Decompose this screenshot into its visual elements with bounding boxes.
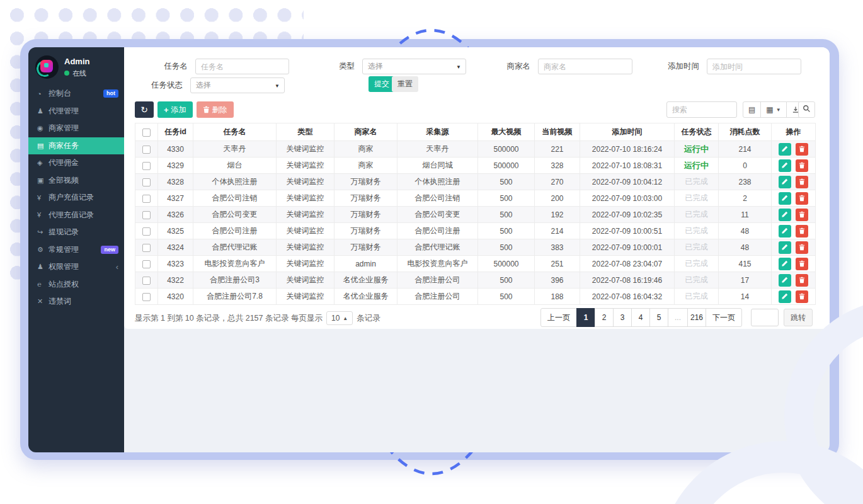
select-all-checkbox[interactable] (142, 129, 151, 137)
edit-button[interactable] (779, 274, 791, 287)
delete-button[interactable] (796, 241, 808, 254)
task-status-select[interactable]: 选择 ▼ (190, 77, 285, 93)
toggle-view-button[interactable]: ▤ (743, 101, 761, 118)
jump-page-input[interactable] (751, 309, 779, 326)
task-name-input[interactable] (195, 59, 289, 74)
sidebar-item-all-videos[interactable]: ▣ 全部视频 (28, 172, 124, 190)
status-badge: 已完成 (685, 259, 708, 268)
delete-button[interactable] (796, 274, 808, 287)
add-button[interactable]: + 添加 (157, 101, 193, 118)
per-page-select[interactable]: 10 ▲ (326, 311, 353, 325)
sidebar-item-agent-management[interactable]: ♟ 代理管理 (28, 103, 124, 120)
row-checkbox[interactable] (142, 244, 151, 252)
page-button-216[interactable]: 216 (687, 308, 706, 327)
pagination: 上一页12345...216下一页 跳转 (541, 308, 813, 327)
row-checkbox[interactable] (142, 146, 151, 154)
columns-button[interactable]: ▦▼ (760, 101, 786, 118)
prev-page-button[interactable]: 上一页 (540, 308, 577, 327)
submit-button[interactable]: 提交 (369, 76, 395, 92)
page-button-5[interactable]: 5 (649, 308, 668, 327)
cell-source: 个体执照注册 (397, 174, 478, 190)
page-button-3[interactable]: 3 (613, 308, 632, 327)
bulk-delete-button[interactable]: 删除 (197, 101, 234, 118)
sidebar-item-site-authorization[interactable]: ℮ 站点授权 (28, 276, 124, 294)
edit-button[interactable] (779, 209, 791, 221)
row-checkbox[interactable] (142, 293, 151, 301)
reset-button[interactable]: 重置 (392, 76, 418, 92)
eye-icon: ◉ (37, 124, 49, 132)
trash-icon (799, 195, 805, 202)
cogs-icon: ⚙ (37, 246, 49, 254)
cell-add-time: 2022-07-09 10:00:01 (580, 239, 675, 256)
sidebar-item-agent-commission[interactable]: ◈ 代理佣金 (28, 154, 124, 172)
edit-button[interactable] (779, 143, 791, 156)
merchant-name-label: 商家名 (494, 61, 530, 72)
row-checkbox[interactable] (142, 162, 151, 170)
cell-task-name: 合肥代理记账 (193, 239, 277, 256)
sidebar-item-permission-management[interactable]: ♟ 权限管理 ‹ (28, 258, 124, 276)
next-page-button[interactable]: 下一页 (706, 308, 742, 327)
pencil-icon (781, 244, 788, 251)
trash-icon (799, 178, 805, 185)
merchant-name-input[interactable] (538, 59, 632, 74)
trash-icon (799, 293, 805, 300)
delete-button[interactable] (796, 258, 808, 270)
search-input[interactable] (666, 101, 737, 118)
add-time-input[interactable] (707, 59, 801, 74)
table-row: 4327 合肥公司注销 关键词监控 万瑞财务 合肥公司注销 500 200 20… (135, 190, 816, 207)
delete-button[interactable] (796, 159, 808, 172)
sidebar-item-merchant-tasks[interactable]: ▤ 商家任务 (28, 137, 124, 155)
sidebar-item-withdrawal-records[interactable]: ↪ 提现记录 (28, 224, 124, 241)
pencil-icon (781, 195, 788, 202)
sidebar-item-general-management[interactable]: ⚙ 常规管理 new (28, 241, 124, 259)
cell-merchant: 商家 (334, 158, 397, 174)
jump-button[interactable]: 跳转 (784, 309, 813, 326)
page-button-4[interactable]: 4 (631, 308, 650, 327)
delete-button[interactable] (796, 225, 808, 238)
delete-button[interactable] (796, 192, 808, 205)
row-checkbox[interactable] (142, 277, 151, 285)
sidebar-item-merchant-management[interactable]: ◉ 商家管理 (28, 120, 124, 137)
status-badge: 已完成 (685, 226, 708, 235)
edit-button[interactable] (779, 225, 791, 238)
avatar[interactable] (35, 55, 59, 79)
delete-button[interactable] (796, 209, 808, 221)
sidebar-item-console[interactable]: ◔ 控制台 hot (28, 85, 124, 103)
sidebar-item-merchant-recharge-records[interactable]: ¥ 商户充值记录 (28, 189, 124, 207)
delete-button[interactable] (796, 176, 808, 188)
row-checkbox[interactable] (142, 260, 151, 268)
cell-merchant: 名优企业服务 (334, 289, 397, 305)
cell-max-videos: 500 (478, 223, 535, 239)
sidebar-item-banned-words[interactable]: ✕ 违禁词 (28, 293, 124, 311)
page-button-1[interactable]: 1 (576, 308, 595, 327)
cell-add-time: 2022-07-09 10:00:51 (580, 223, 675, 239)
refresh-button[interactable]: ↻ (135, 101, 154, 118)
edit-button[interactable] (779, 290, 791, 303)
delete-button[interactable] (796, 143, 808, 156)
column-header: 添加时间 (580, 123, 675, 141)
edit-button[interactable] (779, 241, 791, 254)
row-checkbox[interactable] (142, 227, 151, 236)
row-checkbox[interactable] (142, 178, 151, 186)
cell-task-id: 4326 (158, 207, 193, 223)
card-view-icon: ▤ (748, 105, 755, 114)
row-checkbox[interactable] (142, 211, 151, 219)
cell-source: 天率丹 (397, 141, 478, 158)
edit-button[interactable] (779, 159, 791, 172)
edit-button[interactable] (779, 192, 791, 205)
status-badge: 已完成 (685, 292, 708, 301)
cell-source: 合肥注册公司 (397, 289, 478, 305)
edit-button[interactable] (779, 258, 791, 270)
table-search-button[interactable] (798, 101, 815, 118)
cell-type: 关键词监控 (277, 223, 334, 239)
type-select[interactable]: 选择 ▼ (362, 59, 466, 74)
edit-button[interactable] (779, 176, 791, 188)
signout-icon: ↪ (37, 228, 49, 236)
cell-current-videos: 251 (535, 256, 580, 272)
sidebar-item-agent-recharge-records[interactable]: ¥ 代理充值记录 (28, 207, 124, 224)
columns-icon: ▦ (766, 105, 773, 114)
row-checkbox[interactable] (142, 195, 151, 203)
delete-button[interactable] (796, 290, 808, 303)
cell-task-name: 个体执照注册 (193, 174, 277, 190)
page-button-2[interactable]: 2 (595, 308, 614, 327)
